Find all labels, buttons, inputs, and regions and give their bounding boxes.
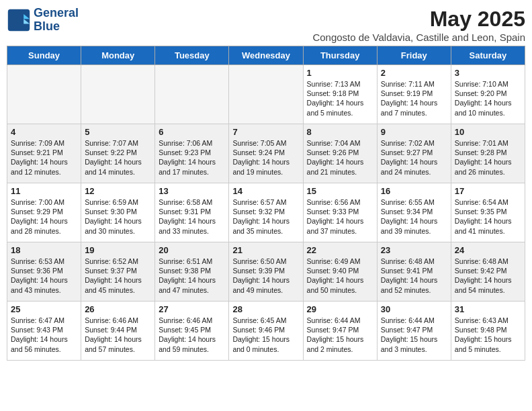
cal-cell: 5Sunrise: 7:07 AM Sunset: 9:22 PM Daylig… <box>81 124 155 183</box>
cal-cell: 27Sunrise: 6:46 AM Sunset: 9:45 PM Dayli… <box>155 302 229 361</box>
cal-cell: 12Sunrise: 6:59 AM Sunset: 9:30 PM Dayli… <box>81 183 155 242</box>
cell-text: Sunrise: 7:00 AM Sunset: 9:29 PM Dayligh… <box>11 197 77 236</box>
cal-cell: 16Sunrise: 6:55 AM Sunset: 9:34 PM Dayli… <box>377 183 451 242</box>
cell-text: Sunrise: 6:46 AM Sunset: 9:44 PM Dayligh… <box>85 316 151 354</box>
cal-cell: 31Sunrise: 6:43 AM Sunset: 9:48 PM Dayli… <box>451 302 525 361</box>
cal-cell <box>155 65 229 124</box>
cell-text: Sunrise: 7:11 AM Sunset: 9:19 PM Dayligh… <box>381 79 447 118</box>
logo-line2: Blue <box>34 20 79 34</box>
cell-text: Sunrise: 6:47 AM Sunset: 9:43 PM Dayligh… <box>11 316 77 354</box>
cell-text: Sunrise: 6:48 AM Sunset: 9:42 PM Dayligh… <box>455 257 521 295</box>
page-header: General Blue May 2025 Congosto de Valdav… <box>7 7 525 43</box>
day-number: 22 <box>307 245 373 255</box>
day-header-monday: Monday <box>81 46 155 65</box>
day-number: 8 <box>307 127 373 137</box>
day-number: 25 <box>11 304 77 314</box>
cal-cell: 1Sunrise: 7:13 AM Sunset: 9:18 PM Daylig… <box>303 65 377 124</box>
day-number: 28 <box>232 304 299 314</box>
day-number: 11 <box>11 186 77 196</box>
day-number: 5 <box>85 127 151 137</box>
main-title: May 2025 <box>312 7 525 32</box>
cell-text: Sunrise: 7:05 AM Sunset: 9:24 PM Dayligh… <box>232 138 299 177</box>
cell-text: Sunrise: 7:13 AM Sunset: 9:18 PM Dayligh… <box>307 79 373 118</box>
cal-cell: 23Sunrise: 6:48 AM Sunset: 9:41 PM Dayli… <box>377 242 451 302</box>
day-number: 10 <box>455 127 521 137</box>
cell-text: Sunrise: 7:09 AM Sunset: 9:21 PM Dayligh… <box>11 138 77 177</box>
cal-cell: 15Sunrise: 6:56 AM Sunset: 9:33 PM Dayli… <box>303 183 377 242</box>
cal-cell: 8Sunrise: 7:04 AM Sunset: 9:26 PM Daylig… <box>303 124 377 183</box>
cell-text: Sunrise: 6:59 AM Sunset: 9:30 PM Dayligh… <box>85 197 151 236</box>
subtitle: Congosto de Valdavia, Castille and Leon,… <box>312 32 525 43</box>
cell-text: Sunrise: 6:55 AM Sunset: 9:34 PM Dayligh… <box>381 197 447 236</box>
cal-cell: 4Sunrise: 7:09 AM Sunset: 9:21 PM Daylig… <box>7 124 81 183</box>
cell-text: Sunrise: 6:44 AM Sunset: 9:47 PM Dayligh… <box>381 316 447 354</box>
cal-cell: 7Sunrise: 7:05 AM Sunset: 9:24 PM Daylig… <box>229 124 303 183</box>
day-header-thursday: Thursday <box>303 46 377 65</box>
logo-line1: General <box>34 7 79 20</box>
cell-text: Sunrise: 6:43 AM Sunset: 9:48 PM Dayligh… <box>455 316 521 354</box>
day-number: 26 <box>85 304 151 314</box>
day-number: 16 <box>381 186 447 196</box>
cell-text: Sunrise: 7:10 AM Sunset: 9:20 PM Dayligh… <box>455 79 521 118</box>
day-header-saturday: Saturday <box>451 46 525 65</box>
cell-text: Sunrise: 7:01 AM Sunset: 9:28 PM Dayligh… <box>455 138 521 177</box>
cell-text: Sunrise: 6:57 AM Sunset: 9:32 PM Dayligh… <box>232 197 299 236</box>
day-number: 14 <box>232 186 299 196</box>
calendar-table: SundayMondayTuesdayWednesdayThursdayFrid… <box>7 46 525 361</box>
cal-cell: 10Sunrise: 7:01 AM Sunset: 9:28 PM Dayli… <box>451 124 525 183</box>
cal-cell: 13Sunrise: 6:58 AM Sunset: 9:31 PM Dayli… <box>155 183 229 242</box>
logo: General Blue <box>7 7 79 34</box>
day-header-sunday: Sunday <box>7 46 81 65</box>
day-number: 27 <box>159 304 225 314</box>
cal-cell: 25Sunrise: 6:47 AM Sunset: 9:43 PM Dayli… <box>7 302 81 361</box>
cal-cell: 21Sunrise: 6:50 AM Sunset: 9:39 PM Dayli… <box>229 242 303 302</box>
cell-text: Sunrise: 6:54 AM Sunset: 9:35 PM Dayligh… <box>455 197 521 236</box>
cal-cell: 18Sunrise: 6:53 AM Sunset: 9:36 PM Dayli… <box>7 242 81 302</box>
day-number: 9 <box>381 127 447 137</box>
cell-text: Sunrise: 6:51 AM Sunset: 9:38 PM Dayligh… <box>159 257 225 295</box>
logo-icon <box>7 8 31 32</box>
cell-text: Sunrise: 6:50 AM Sunset: 9:39 PM Dayligh… <box>232 257 299 295</box>
day-number: 7 <box>232 127 299 137</box>
cal-cell: 26Sunrise: 6:46 AM Sunset: 9:44 PM Dayli… <box>81 302 155 361</box>
day-number: 6 <box>159 127 225 137</box>
cell-text: Sunrise: 6:45 AM Sunset: 9:46 PM Dayligh… <box>232 316 299 354</box>
day-number: 3 <box>455 68 521 78</box>
day-number: 18 <box>11 245 77 255</box>
cal-cell: 30Sunrise: 6:44 AM Sunset: 9:47 PM Dayli… <box>377 302 451 361</box>
cell-text: Sunrise: 6:46 AM Sunset: 9:45 PM Dayligh… <box>159 316 225 354</box>
day-number: 21 <box>232 245 299 255</box>
cell-text: Sunrise: 6:52 AM Sunset: 9:37 PM Dayligh… <box>85 257 151 295</box>
cell-text: Sunrise: 6:53 AM Sunset: 9:36 PM Dayligh… <box>11 257 77 295</box>
cal-cell: 17Sunrise: 6:54 AM Sunset: 9:35 PM Dayli… <box>451 183 525 242</box>
day-number: 29 <box>307 304 373 314</box>
cal-cell: 9Sunrise: 7:02 AM Sunset: 9:27 PM Daylig… <box>377 124 451 183</box>
day-number: 30 <box>381 304 447 314</box>
day-number: 20 <box>159 245 225 255</box>
cal-cell: 11Sunrise: 7:00 AM Sunset: 9:29 PM Dayli… <box>7 183 81 242</box>
cal-cell: 28Sunrise: 6:45 AM Sunset: 9:46 PM Dayli… <box>229 302 303 361</box>
cell-text: Sunrise: 7:07 AM Sunset: 9:22 PM Dayligh… <box>85 138 151 177</box>
cal-cell <box>7 65 81 124</box>
day-number: 4 <box>11 127 77 137</box>
cal-cell <box>81 65 155 124</box>
day-number: 13 <box>159 186 225 196</box>
cal-cell: 24Sunrise: 6:48 AM Sunset: 9:42 PM Dayli… <box>451 242 525 302</box>
cal-cell: 3Sunrise: 7:10 AM Sunset: 9:20 PM Daylig… <box>451 65 525 124</box>
cell-text: Sunrise: 6:49 AM Sunset: 9:40 PM Dayligh… <box>307 257 373 295</box>
cal-cell: 2Sunrise: 7:11 AM Sunset: 9:19 PM Daylig… <box>377 65 451 124</box>
cell-text: Sunrise: 7:04 AM Sunset: 9:26 PM Dayligh… <box>307 138 373 177</box>
day-number: 12 <box>85 186 151 196</box>
day-number: 24 <box>455 245 521 255</box>
cal-cell: 19Sunrise: 6:52 AM Sunset: 9:37 PM Dayli… <box>81 242 155 302</box>
day-number: 15 <box>307 186 373 196</box>
day-number: 1 <box>307 68 373 78</box>
day-number: 19 <box>85 245 151 255</box>
svg-rect-0 <box>8 9 30 31</box>
day-header-wednesday: Wednesday <box>229 46 303 65</box>
day-number: 17 <box>455 186 521 196</box>
cell-text: Sunrise: 7:02 AM Sunset: 9:27 PM Dayligh… <box>381 138 447 177</box>
day-number: 31 <box>455 304 521 314</box>
cal-cell: 6Sunrise: 7:06 AM Sunset: 9:23 PM Daylig… <box>155 124 229 183</box>
cell-text: Sunrise: 6:48 AM Sunset: 9:41 PM Dayligh… <box>381 257 447 295</box>
